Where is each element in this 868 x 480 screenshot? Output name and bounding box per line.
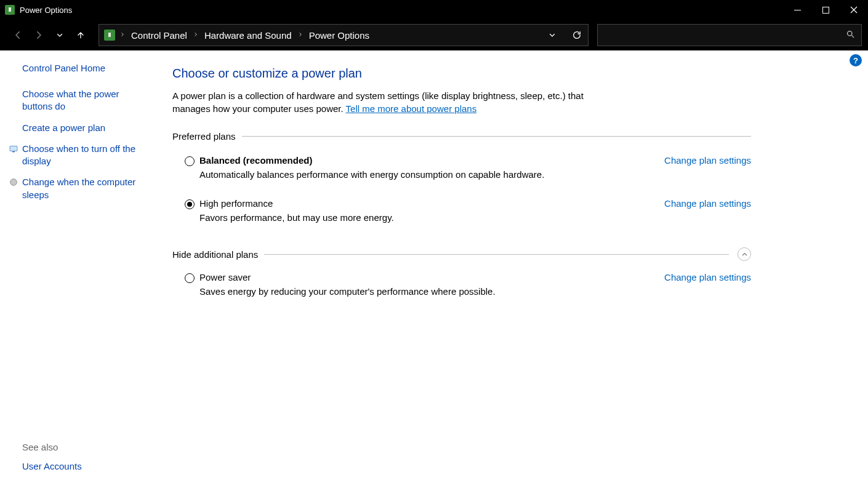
tell-me-more-link[interactable]: Tell me more about power plans (346, 103, 477, 114)
svg-rect-9 (110, 31, 110, 33)
window-controls (783, 0, 868, 20)
svg-rect-0 (9, 7, 12, 12)
search-icon[interactable] (846, 30, 855, 41)
radio-balanced[interactable] (185, 156, 195, 166)
additional-plans-section: Hide additional plans Power saver Change… (172, 247, 751, 297)
see-also-user-accounts[interactable]: User Accounts (22, 461, 149, 471)
search-input[interactable] (604, 30, 846, 40)
chevron-right-icon[interactable] (297, 31, 304, 39)
recent-dropdown-button[interactable] (50, 26, 69, 44)
plan-desc-saver: Saves energy by reducing your computer's… (199, 286, 751, 297)
sidebar-link-turn-off-display[interactable]: Choose when to turn off the display (22, 143, 149, 168)
sidebar-link-computer-sleeps[interactable]: Change when the computer sleeps (22, 176, 149, 201)
plan-title-high[interactable]: High performance (199, 198, 273, 209)
plan-title-saver[interactable]: Power saver (199, 272, 251, 282)
chevron-right-icon[interactable] (119, 31, 126, 39)
change-settings-link-balanced[interactable]: Change plan settings (664, 155, 751, 166)
breadcrumb-power-options[interactable]: Power Options (307, 30, 372, 41)
svg-point-14 (10, 179, 17, 186)
address-dropdown-button[interactable] (541, 24, 563, 46)
refresh-button[interactable] (566, 24, 588, 46)
address-bar: Control Panel Hardware and Sound Power O… (0, 20, 868, 50)
section-heading-hidden[interactable]: Hide additional plans (172, 249, 258, 260)
svg-rect-8 (109, 31, 110, 33)
breadcrumb-control-panel[interactable]: Control Panel (129, 30, 190, 41)
section-divider (264, 254, 729, 255)
change-settings-link-saver[interactable]: Change plan settings (664, 272, 751, 282)
power-options-path-icon (104, 30, 115, 41)
section-heading-preferred: Preferred plans (172, 131, 236, 142)
control-panel-home-link[interactable]: Control Panel Home (22, 63, 149, 73)
sidebar-link-create-plan[interactable]: Create a power plan (22, 122, 105, 134)
svg-rect-7 (108, 33, 111, 38)
plan-power-saver: Power saver Change plan settings Saves e… (172, 272, 751, 297)
radio-power-saver[interactable] (185, 273, 195, 283)
chevron-right-icon[interactable] (192, 31, 199, 39)
minimize-button[interactable] (783, 0, 811, 20)
display-icon (9, 144, 18, 154)
svg-rect-1 (9, 6, 10, 7)
collapse-additional-plans-button[interactable] (737, 247, 751, 261)
sidebar-link-power-buttons[interactable]: Choose what the power buttons do (22, 88, 149, 113)
breadcrumb-hardware-and-sound[interactable]: Hardware and Sound (202, 30, 294, 41)
section-divider (242, 136, 751, 137)
svg-rect-12 (10, 146, 17, 151)
plan-title-balanced[interactable]: Balanced (recommended) (199, 155, 312, 166)
power-options-icon (5, 5, 15, 15)
radio-high-performance[interactable] (185, 199, 195, 209)
plan-balanced: Balanced (recommended) Change plan setti… (172, 155, 751, 180)
sidebar-item-create-plan: Create a power plan (22, 122, 149, 134)
plan-desc-high: Favors performance, but may use more ene… (199, 212, 751, 223)
moon-icon (9, 177, 18, 187)
window-title: Power Options (20, 6, 72, 15)
plan-high-performance: High performance Change plan settings Fa… (172, 198, 751, 223)
sidebar: Control Panel Home Choose what the power… (0, 50, 160, 480)
forward-button[interactable] (30, 26, 48, 44)
address-path[interactable]: Control Panel Hardware and Sound Power O… (98, 24, 589, 46)
back-button[interactable] (9, 26, 27, 44)
svg-line-11 (851, 35, 854, 38)
window-titlebar: Power Options (0, 0, 868, 20)
sidebar-item-power-buttons: Choose what the power buttons do (22, 88, 149, 113)
sidebar-item-computer-sleeps: Change when the computer sleeps (22, 176, 149, 201)
search-box[interactable] (597, 24, 862, 46)
close-button[interactable] (840, 0, 868, 20)
sidebar-item-turn-off-display: Choose when to turn off the display (22, 143, 149, 168)
maximize-button[interactable] (811, 0, 840, 20)
svg-rect-4 (822, 7, 829, 13)
preferred-plans-section: Preferred plans Balanced (recommended) C… (172, 131, 751, 223)
page-heading: Choose or customize a power plan (172, 66, 751, 81)
svg-rect-13 (12, 151, 15, 152)
see-also-heading: See also (22, 442, 149, 452)
plan-desc-balanced: Automatically balances performance with … (199, 169, 751, 180)
svg-rect-2 (10, 6, 10, 7)
svg-point-10 (848, 31, 853, 36)
help-icon[interactable]: ? (850, 54, 862, 66)
content: Choose or customize a power plan A power… (160, 50, 776, 480)
up-button[interactable] (71, 26, 90, 44)
change-settings-link-high[interactable]: Change plan settings (664, 198, 751, 209)
page-description: A power plan is a collection of hardware… (172, 89, 616, 115)
